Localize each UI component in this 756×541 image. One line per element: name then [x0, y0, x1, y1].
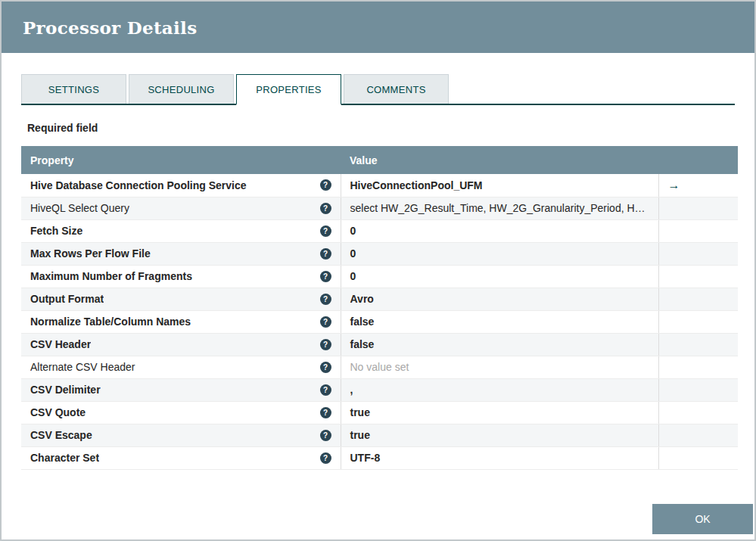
- help-icon[interactable]: ?: [320, 203, 331, 214]
- tab-properties[interactable]: PROPERTIES: [236, 74, 341, 105]
- property-row: CSV Header?false: [21, 333, 738, 356]
- goto-cell: [658, 446, 738, 469]
- goto-cell: [658, 424, 738, 446]
- goto-cell: [658, 378, 738, 401]
- goto-controller-service-icon[interactable]: →: [668, 179, 680, 191]
- property-name-cell: Max Rows Per Flow File?: [21, 242, 341, 265]
- property-name-cell: Character Set?: [21, 446, 341, 469]
- goto-cell: [658, 265, 738, 288]
- property-row: Normalize Table/Column Names?false: [21, 310, 738, 333]
- property-value-cell: UTF-8: [341, 446, 658, 469]
- property-name-cell: Output Format?: [21, 288, 341, 310]
- property-name-cell: CSV Delimiter?: [21, 378, 341, 401]
- help-icon[interactable]: ?: [320, 294, 331, 305]
- header-row: Property Value: [21, 146, 738, 174]
- help-icon[interactable]: ?: [320, 316, 331, 328]
- property-row: Max Rows Per Flow File?0: [21, 242, 738, 265]
- properties-table: Property Value Hive Database Connection …: [21, 146, 738, 470]
- property-name: CSV Delimiter: [30, 384, 101, 396]
- property-value: select HW_2G_Result_Time, HW_2G_Granular…: [350, 202, 646, 214]
- property-name-cell: Fetch Size?: [21, 219, 341, 242]
- property-value: false: [350, 338, 375, 350]
- goto-cell: [658, 401, 738, 424]
- property-value-cell: false: [341, 310, 658, 333]
- goto-cell: [658, 310, 738, 333]
- property-name-cell: HiveQL Select Query?: [21, 197, 341, 219]
- property-value-cell: 0: [341, 242, 658, 265]
- help-icon[interactable]: ?: [320, 339, 331, 350]
- property-value-cell: 0: [341, 219, 658, 242]
- property-value-cell: true: [341, 401, 658, 424]
- property-name-cell: Alternate CSV Header?: [21, 356, 341, 378]
- property-value-cell: 0: [341, 265, 658, 288]
- property-name-cell: Hive Database Connection Pooling Service…: [21, 174, 341, 197]
- property-name-cell: CSV Quote?: [21, 401, 341, 424]
- property-row: HiveQL Select Query?select HW_2G_Result_…: [21, 197, 738, 219]
- tab-comments[interactable]: COMMENTS: [344, 74, 449, 104]
- help-icon[interactable]: ?: [320, 430, 331, 441]
- help-icon[interactable]: ?: [320, 271, 331, 282]
- dialog-header: Processor Details: [2, 2, 754, 53]
- required-field-hint: Required field: [27, 122, 735, 134]
- help-icon[interactable]: ?: [320, 452, 331, 464]
- properties-table-header: Property Value: [21, 146, 738, 174]
- property-value: 0: [350, 247, 356, 260]
- property-name: HiveQL Select Query: [30, 202, 129, 214]
- property-value-cell: ,: [341, 378, 658, 401]
- property-row: Alternate CSV Header?No value set: [21, 356, 738, 378]
- goto-cell: [658, 333, 738, 356]
- property-value: 0: [350, 270, 356, 282]
- property-value: true: [350, 406, 370, 418]
- help-icon[interactable]: ?: [320, 407, 331, 418]
- property-row: Maximum Number of Fragments?0: [21, 265, 738, 288]
- goto-cell: →: [658, 174, 738, 197]
- property-row: CSV Delimiter?,: [21, 378, 738, 401]
- property-row: Output Format?Avro: [21, 288, 738, 310]
- property-row: CSV Escape?true: [21, 424, 738, 446]
- goto-cell: [658, 197, 738, 219]
- property-value-cell: Avro: [341, 288, 658, 310]
- processor-details-dialog: Processor Details SETTINGSSCHEDULINGPROP…: [0, 0, 756, 541]
- property-value: false: [350, 316, 375, 328]
- property-name-cell: CSV Header?: [21, 333, 341, 356]
- properties-table-body: Hive Database Connection Pooling Service…: [21, 174, 738, 469]
- property-name: CSV Quote: [30, 406, 86, 418]
- tab-scheduling[interactable]: SCHEDULING: [129, 74, 234, 104]
- property-row: Fetch Size?0: [21, 219, 738, 242]
- property-row: CSV Quote?true: [21, 401, 738, 424]
- goto-cell: [658, 356, 738, 378]
- help-icon[interactable]: ?: [320, 362, 331, 373]
- property-value: No value set: [350, 361, 409, 373]
- property-value: HiveConnectionPool_UFM: [350, 179, 483, 191]
- column-header-property: Property: [21, 146, 341, 174]
- property-row: Character Set?UTF-8: [21, 446, 738, 469]
- help-icon[interactable]: ?: [320, 225, 331, 237]
- property-value-cell: HiveConnectionPool_UFM: [341, 174, 658, 197]
- goto-cell: [658, 242, 738, 265]
- property-name: Fetch Size: [30, 225, 82, 237]
- help-icon[interactable]: ?: [320, 179, 331, 191]
- ok-button[interactable]: OK: [652, 504, 753, 534]
- property-name: Max Rows Per Flow File: [30, 247, 151, 260]
- tab-bar: SETTINGSSCHEDULINGPROPERTIESCOMMENTS: [21, 74, 735, 105]
- property-value: Avro: [350, 293, 374, 305]
- property-name: Alternate CSV Header: [30, 361, 135, 373]
- help-icon[interactable]: ?: [320, 248, 331, 260]
- property-name-cell: Maximum Number of Fragments?: [21, 265, 341, 288]
- column-header-value: Value: [341, 146, 658, 174]
- help-icon[interactable]: ?: [320, 384, 331, 396]
- goto-cell: [658, 288, 738, 310]
- dialog-body: SETTINGSSCHEDULINGPROPERTIESCOMMENTS Req…: [2, 53, 754, 470]
- tab-settings[interactable]: SETTINGS: [21, 74, 126, 104]
- goto-cell: [658, 219, 738, 242]
- property-value: 0: [350, 225, 356, 237]
- property-name: Normalize Table/Column Names: [30, 316, 191, 328]
- property-name: Hive Database Connection Pooling Service: [30, 179, 247, 191]
- dialog-title: Processor Details: [23, 17, 197, 38]
- property-name: Character Set: [30, 452, 99, 464]
- property-name: Maximum Number of Fragments: [30, 270, 192, 282]
- column-header-goto: [658, 146, 738, 174]
- property-name: Output Format: [30, 293, 104, 305]
- property-value: true: [350, 429, 370, 441]
- property-value-cell: true: [341, 424, 658, 446]
